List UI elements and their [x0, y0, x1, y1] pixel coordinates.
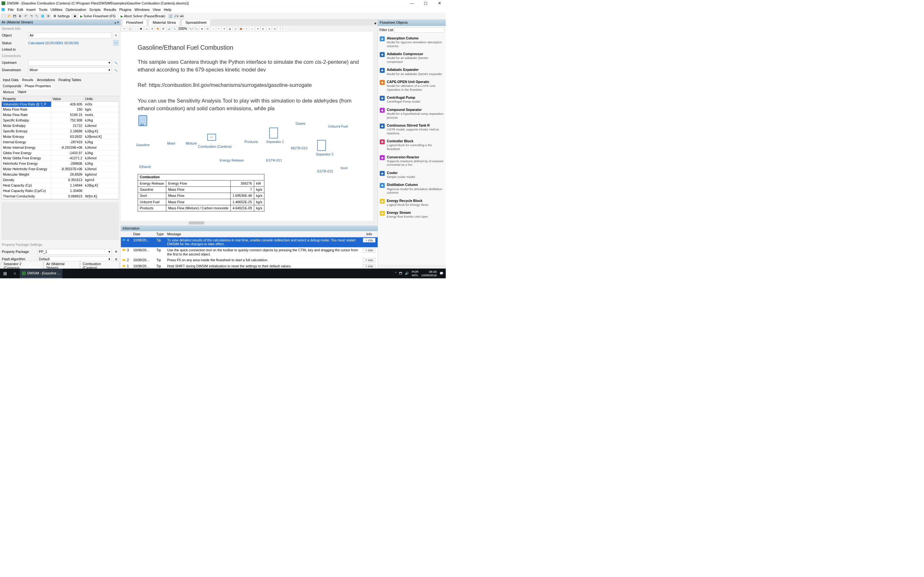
zoomout-icon[interactable]: 🔍- [194, 26, 199, 31]
tab-spreadsheet[interactable]: Spreadsheet [182, 19, 210, 26]
center-icon[interactable]: ◈ [200, 26, 204, 31]
start-button[interactable]: ⊞ [0, 269, 10, 279]
pkg-settings-icon[interactable]: ⚙ [113, 249, 119, 255]
info-row[interactable]: 210/08/20...TipPress F5 on any area insi… [121, 258, 378, 263]
grid-row[interactable]: Thermal Conductivity0.068823W/[m.K] [2, 193, 119, 199]
grid-row[interactable]: Density0.351613kg/m3 [2, 177, 119, 183]
gear-icon[interactable]: ⚙ [46, 14, 50, 18]
object-item[interactable]: ◆Adiabatic ExpanderModel for an adiabati… [379, 66, 445, 78]
object-item[interactable]: ◆Energy StreamEnergy flow from/to Unit O… [379, 209, 445, 221]
object-item[interactable]: ◆Conversion ReactorSupports reactions de… [379, 153, 445, 169]
dist-v-icon[interactable]: ⋯ [283, 26, 288, 31]
link-icon[interactable]: 🔗▾ [174, 14, 178, 18]
export-icon[interactable]: 📤 [239, 26, 243, 31]
disconnect-icon[interactable]: ⤯ [222, 26, 226, 31]
objects-hscroll[interactable] [378, 265, 446, 269]
zoomfit-icon[interactable]: 🔍 [172, 26, 177, 31]
grid-row[interactable]: Molar Internal Energy-8.29228E+06kJ/kmol [2, 145, 119, 150]
alignl-icon[interactable]: ⫟ [244, 26, 249, 31]
tool-icon[interactable]: 🔧 [35, 14, 39, 18]
abort-button[interactable]: ▶Abort Solver (Pause/Break) [119, 13, 168, 19]
grid-row[interactable]: Molar Entropy63.0932kJ/[kmol.K] [2, 134, 119, 139]
downstream-goto-icon[interactable]: 🔍 [113, 67, 119, 73]
objects-list[interactable]: ◆Absorption ColumnModel for rigorous sim… [378, 34, 446, 265]
filter-input[interactable] [395, 27, 444, 33]
grid-row[interactable]: Specific Enthalpy752.908kJ/kg [2, 118, 119, 123]
alignt-icon[interactable]: ⫢ [261, 26, 266, 31]
tab-floatingtables[interactable]: Floating Tables [57, 77, 83, 83]
copy-icon[interactable]: 📋 [128, 26, 132, 31]
object-item[interactable]: ◆Distillation ColumnRigorous model for s… [379, 181, 445, 197]
tray-up-icon[interactable]: ˄ [395, 271, 397, 276]
info-row[interactable]: 310/08/20...TipUse the quick connection … [121, 247, 378, 258]
status-options-icon[interactable]: ⋯ [113, 40, 119, 45]
tray-battery-icon[interactable]: 🗔 [399, 272, 402, 276]
tab-mixture[interactable]: Mixture [1, 89, 16, 95]
pkg-combo[interactable]: PP_1▾ [37, 249, 111, 255]
tab-compounds[interactable]: Compounds [1, 83, 23, 89]
btab-combustion[interactable]: Combustion (Cantera). [81, 261, 120, 268]
refresh-icon[interactable]: 🔄 [168, 14, 173, 18]
alignb-icon[interactable]: ⫤ [272, 26, 276, 31]
arrow-icon[interactable]: ➡▾ [179, 14, 184, 18]
menu-insert[interactable]: Insert [26, 7, 36, 12]
search-button[interactable]: ○ [10, 269, 20, 279]
undo-icon[interactable]: ↶ [23, 14, 28, 18]
object-item[interactable]: ◆Energy Recycle BlockLogical block for E… [379, 197, 445, 209]
tab-vapor[interactable]: Vapor [16, 89, 28, 95]
maximize-button[interactable]: ▢ [421, 1, 430, 5]
close-button[interactable]: ✕ [435, 1, 444, 5]
connect-icon[interactable]: ⤳ [216, 26, 221, 31]
object-item[interactable]: ◆Compound SeparatorModel for a hypotheti… [379, 106, 445, 121]
panel-close-icon[interactable]: ▴ ✕ [115, 21, 119, 24]
menu-help[interactable]: Help [164, 7, 171, 12]
sep2-block[interactable] [317, 140, 326, 151]
snap-icon[interactable]: ⊡ [205, 26, 210, 31]
taskbar-app[interactable]: DWSIM - [Gasoline ... [20, 269, 63, 279]
saveall-icon[interactable]: 🗎 [18, 14, 23, 18]
menu-scripts[interactable]: Scripts [89, 7, 100, 12]
tabs-dropdown-icon[interactable]: ▾ [375, 21, 376, 26]
flowsheet-canvas[interactable]: Gasoline/Ethanol Fuel Combustion This sa… [121, 32, 378, 225]
grid-row[interactable]: Molar Helmholtz Free Energy-8.35537E+06k… [2, 167, 119, 172]
object-item[interactable]: ◆Centrifugal PumpCentrifugal Pump model [379, 93, 445, 106]
grid-row[interactable]: Molar Enthalpy21722kJ/kmol [2, 123, 119, 129]
dist-h-icon[interactable]: ⋮ [278, 26, 282, 31]
table-icon[interactable]: ⊞ [161, 26, 166, 31]
sep1-block[interactable] [270, 128, 278, 139]
menu-windows[interactable]: Windows [134, 7, 150, 12]
grid-row[interactable]: Molecular Weight28.8509kg/kmol [2, 172, 119, 177]
menu-utilities[interactable]: Utilities [50, 7, 62, 12]
tab-materialstream[interactable]: Material Strea [149, 19, 180, 26]
menu-view[interactable]: View [153, 7, 161, 12]
tab-results[interactable]: Results [20, 77, 35, 83]
upstream-combo[interactable]: ▾ [28, 60, 111, 65]
object-item[interactable]: ◆CoolerSimple cooler model [379, 169, 445, 181]
downstream-combo[interactable]: Mixer▾ [28, 67, 111, 73]
redo-icon[interactable]: ↷ [29, 14, 34, 18]
object-item[interactable]: ◆CAPE-OPEN Unit OperaticModel for utiliz… [379, 78, 445, 93]
grid-row[interactable]: Gibbs Free Energy-1433.97kJ/kg [2, 150, 119, 156]
tab-annotations[interactable]: Annotations [35, 77, 57, 83]
stop-icon[interactable]: ⏹ [73, 14, 78, 18]
object-edit-icon[interactable]: ✎ [113, 33, 119, 38]
menu-file[interactable]: File [8, 7, 14, 12]
info-row[interactable]: 410/08/20...TipTo view detailed results … [121, 237, 378, 247]
grid-row[interactable]: Heat Capacity (Cp)1.14844kJ/[kg.K] [2, 183, 119, 188]
color-icon[interactable]: 🎨 [155, 26, 160, 31]
settings-button[interactable]: ⚙Settings [51, 13, 71, 19]
object-item[interactable]: ◆Controller BlockLogical block for contr… [379, 137, 445, 153]
grid-icon[interactable]: ▦ [139, 26, 143, 31]
upstream-goto-icon[interactable]: 🔍 [113, 60, 119, 65]
minimize-button[interactable]: — [407, 1, 417, 5]
grid-row[interactable]: Mass Flow Rate150kg/s [2, 107, 119, 113]
printpreview-icon[interactable]: 📰 [233, 26, 238, 31]
grid-row[interactable]: Specific Entropy2.18688kJ/[kg.K] [2, 129, 119, 134]
tray-sound-icon[interactable]: 🔊 [405, 271, 409, 276]
grid-row[interactable]: Molar Flow Rate5199.15mol/s [2, 113, 119, 118]
menu-edit[interactable]: Edit [17, 7, 23, 12]
font-icon[interactable]: A [150, 26, 154, 31]
grid-row[interactable]: Helmholtz Free Energy-289606kJ/kg [2, 161, 119, 167]
object-input[interactable] [28, 33, 111, 38]
chart-icon[interactable]: 📊 [166, 26, 171, 31]
